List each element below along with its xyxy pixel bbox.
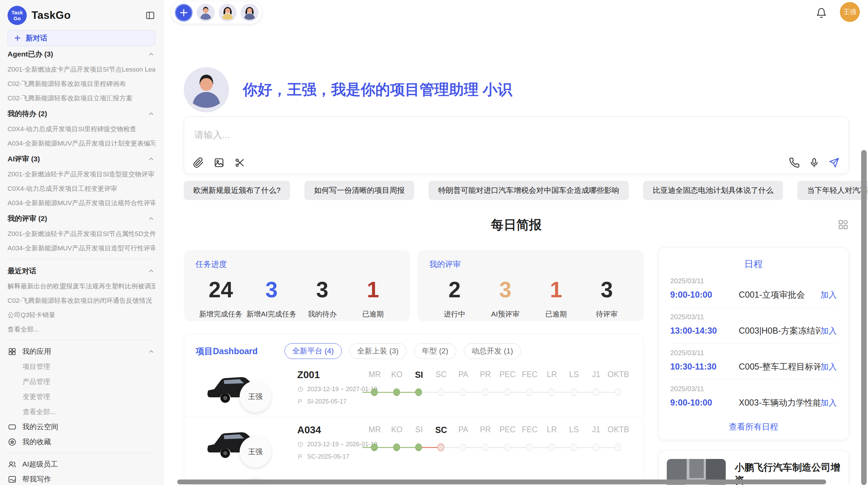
project-row-A034[interactable]: 王强A0342023-12-19 ~ 2026-01-19SC-2025-05-… bbox=[184, 416, 643, 472]
assistant-avatar-large bbox=[184, 67, 229, 112]
sidebar-section-header-2[interactable]: AI评审 (3) bbox=[8, 151, 155, 167]
milestone-node-J1 bbox=[592, 388, 599, 396]
project-dashboard-card: 项目Dashboard 全新平台 (4)全新上装 (3)年型 (2)动总开发 (… bbox=[184, 334, 644, 485]
sidebar-collapse-button[interactable] bbox=[145, 10, 155, 21]
apps-view-all-link[interactable]: 查看全部... bbox=[8, 404, 155, 419]
sidebar-task-item[interactable]: Z001-全新燃油皮卡产品开发项目SI节点Lesson Learn报告 bbox=[8, 62, 155, 77]
assistant-avatar-1[interactable] bbox=[197, 4, 215, 22]
right-column: 日程 2025/03/119:00-10:00C001-立项审批会加入2025/… bbox=[658, 247, 849, 485]
horizontal-scrollbar[interactable] bbox=[177, 480, 826, 484]
input-tools bbox=[193, 157, 245, 168]
write-icon bbox=[8, 475, 17, 484]
sidebar-task-item[interactable]: C0X4-动力总成开发项目工程变更评审 bbox=[8, 182, 155, 196]
sidebar-app-item[interactable]: 项目管理 bbox=[8, 359, 155, 374]
plus-icon bbox=[179, 8, 189, 17]
stat-label: 待评审 bbox=[581, 309, 632, 319]
sidebar-item-my-apps[interactable]: 我的应用 bbox=[8, 344, 155, 359]
sidebar-task-item[interactable]: Z001-全新燃油轻卡产品开发项目SI造型提交物评审 bbox=[8, 167, 155, 182]
stat-value: 1 bbox=[531, 277, 581, 302]
schedule-date: 2025/03/11 bbox=[670, 277, 837, 285]
milestone-node-PEC bbox=[504, 444, 511, 451]
suggestion-chip-0[interactable]: 欧洲新规最近颁布了什么? bbox=[184, 181, 290, 200]
milestone-node-PA bbox=[459, 444, 466, 451]
suggestion-chip-4[interactable]: 当下年轻人对汽车外观有怎样的喜好趋势 bbox=[797, 181, 868, 200]
user-avatar[interactable]: 王强 bbox=[840, 2, 860, 22]
sidebar-task-item[interactable]: A034-全新新能源MUV产品开发项目计划变更表编写 bbox=[8, 136, 155, 151]
image-upload-icon[interactable] bbox=[214, 157, 225, 168]
stat-item: 24新增完成任务 bbox=[195, 273, 246, 319]
sidebar-task-item[interactable]: A034-全新新能源MUV产品开发项目法规符合性评审 bbox=[8, 196, 155, 210]
sidebar-item-cloud-space[interactable]: 我的云空间 bbox=[8, 419, 155, 434]
vertical-scrollbar[interactable] bbox=[861, 150, 867, 485]
sidebar-section-header-1[interactable]: 我的待办 (2) bbox=[8, 105, 155, 122]
sidebar-task-item[interactable]: C02-飞腾新能源轻客改款项目立项汇报方案 bbox=[8, 91, 155, 105]
sidebar-recent-item[interactable]: C02-飞腾新能源轻客改款项目的闭环通告反馈情况 bbox=[8, 294, 155, 308]
briefing-title: 每日简报 bbox=[491, 218, 542, 232]
schedule-card: 日程 2025/03/119:00-10:00C001-立项审批会加入2025/… bbox=[658, 247, 849, 440]
schedule-name: C005-整车工程目标评审 bbox=[739, 361, 820, 372]
clock-icon bbox=[297, 386, 304, 393]
suggestion-chip-2[interactable]: 特朗普可能对进口汽车增税会对中国车企造成哪些影响 bbox=[429, 181, 629, 200]
project-row-Z001[interactable]: 王强Z0012023-12-19 ~ 2027-01-19SI-2025-05-… bbox=[184, 362, 643, 416]
suggestion-chip-1[interactable]: 如何写一份清晰的项目周报 bbox=[304, 181, 414, 200]
sidebar-recent-item[interactable]: 公司Q3轻卡销量 bbox=[8, 308, 155, 322]
stat-label: 新增完成任务 bbox=[195, 309, 246, 319]
schedule-entry-1: 2025/03/1113:00-14:30C003|H0B-方案冻结评审加入 bbox=[670, 308, 837, 344]
milestone-label-OKTB: OKTB bbox=[605, 425, 632, 434]
sidebar-item-help-me-write[interactable]: 帮我写作 bbox=[8, 472, 155, 485]
cloud-space-label: 我的云空间 bbox=[22, 422, 58, 432]
sidebar-section-header-0[interactable]: Agent已办 (3) bbox=[8, 46, 155, 62]
schedule-row: 10:30-11:30C005-整车工程目标评审加入 bbox=[670, 361, 837, 372]
dashboard-filter-1[interactable]: 全新上装 (3) bbox=[349, 343, 407, 359]
dashboard-filter-2[interactable]: 年型 (2) bbox=[414, 343, 456, 359]
milestone-node-LR bbox=[548, 388, 555, 396]
notification-bell-icon[interactable] bbox=[816, 8, 827, 18]
schedule-time: 13:00-14:30 bbox=[670, 326, 739, 336]
plus-icon bbox=[13, 34, 22, 42]
sidebar-section-header-3[interactable]: 我的评审 (2) bbox=[8, 210, 155, 227]
sidebar-recent-header[interactable]: 最近对话 bbox=[8, 263, 155, 279]
sidebar-task-item[interactable]: A034-全新新能源MUV产品开发项目造型可行性评审 bbox=[8, 241, 155, 256]
sidebar-item-ai-super-staff[interactable]: AI超级员工 bbox=[8, 457, 155, 472]
schedule-name: X003-车辆动力学性能验... bbox=[739, 397, 820, 408]
screenshot-scissors-icon[interactable] bbox=[234, 157, 245, 168]
chevron-up-icon bbox=[147, 50, 155, 58]
new-chat-button[interactable]: 新对话 bbox=[8, 30, 155, 46]
briefing-layout-icon[interactable] bbox=[837, 219, 849, 230]
sidebar-task-item[interactable]: Z001-全新燃油轻卡产品开发项目SI节点属性5D文件评审 bbox=[8, 227, 155, 241]
chat-input[interactable] bbox=[190, 123, 843, 147]
voice-call-icon[interactable] bbox=[789, 157, 800, 168]
schedule-join-link[interactable]: 加入 bbox=[820, 325, 837, 336]
send-icon[interactable] bbox=[829, 157, 840, 168]
schedule-date: 2025/03/11 bbox=[670, 313, 837, 321]
add-assistant-button[interactable] bbox=[175, 4, 193, 22]
assistant-avatar-3[interactable] bbox=[241, 4, 258, 22]
sidebar-task-item[interactable]: C0X4-动力总成开发项目SI里程碑提交物检查 bbox=[8, 122, 155, 136]
sidebar-item-favorites[interactable]: 我的收藏 bbox=[8, 434, 155, 449]
suggestion-chip-3[interactable]: 比亚迪全固态电池计划具体说了什么 bbox=[643, 181, 783, 200]
sidebar-app-item[interactable]: 变更管理 bbox=[8, 389, 155, 404]
sidebar-task-item[interactable]: C02-飞腾新能源轻客改款项目里程碑画布 bbox=[8, 77, 155, 91]
sidebar-recent-item[interactable]: 解释最新出台的欧盟报废车法规再生塑料比例被调至15%... bbox=[8, 279, 155, 294]
schedule-join-link[interactable]: 加入 bbox=[820, 397, 837, 408]
sidebar-app-item[interactable]: 产品管理 bbox=[8, 374, 155, 389]
attachment-icon[interactable] bbox=[193, 157, 204, 168]
schedule-date: 2025/03/11 bbox=[670, 349, 837, 357]
milestone-label-OKTB: OKTB bbox=[605, 370, 632, 379]
dashboard-filter-0[interactable]: 全新平台 (4) bbox=[285, 343, 342, 359]
recent-view-all-link[interactable]: 查看全部... bbox=[8, 322, 155, 337]
sidebar-apps-section: 我的应用项目管理产品管理变更管理查看全部...我的云空间我的收藏 bbox=[8, 344, 155, 449]
dashboard-filter-3[interactable]: 动总开发 (1) bbox=[464, 343, 521, 359]
assistant-avatar-2[interactable] bbox=[219, 4, 237, 22]
dashboard-filters: 全新平台 (4)全新上装 (3)年型 (2)动总开发 (1) bbox=[285, 343, 521, 359]
stat-label: 进行中 bbox=[429, 309, 480, 319]
schedule-entry-2: 2025/03/1110:30-11:30C005-整车工程目标评审加入 bbox=[670, 344, 837, 380]
stat-item: 3AI预评审 bbox=[480, 273, 531, 319]
view-all-schedule-link[interactable]: 查看所有日程 bbox=[659, 415, 848, 432]
schedule-join-link[interactable]: 加入 bbox=[820, 361, 837, 372]
stat-value: 24 bbox=[195, 277, 246, 302]
milestone-node-FEC bbox=[526, 444, 533, 451]
schedule-join-link[interactable]: 加入 bbox=[820, 289, 837, 300]
microphone-icon[interactable] bbox=[809, 157, 820, 168]
dashboard-header: 项目Dashboard 全新平台 (4)全新上装 (3)年型 (2)动总开发 (… bbox=[184, 334, 643, 362]
